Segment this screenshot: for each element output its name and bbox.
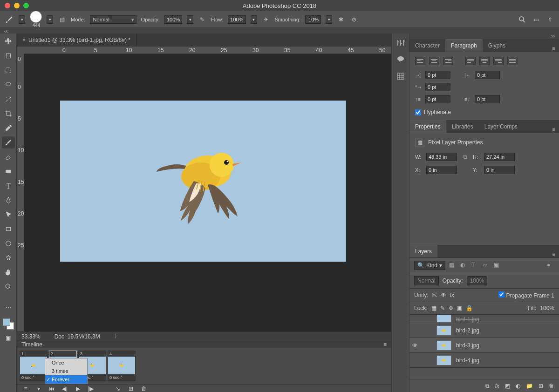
- tween-icon[interactable]: ↘: [114, 385, 122, 392]
- fill-field[interactable]: 100%: [540, 305, 554, 311]
- y-field[interactable]: [484, 166, 515, 174]
- grid-icon[interactable]: [396, 72, 405, 81]
- eyedropper-tool[interactable]: [2, 122, 15, 134]
- crop-tool[interactable]: [2, 108, 15, 120]
- airbrush-icon[interactable]: ✈: [262, 15, 270, 24]
- duplicate-frame-icon[interactable]: ⊞: [127, 385, 135, 392]
- pen-tool[interactable]: [2, 194, 15, 206]
- type-tool[interactable]: [2, 180, 15, 192]
- justify-right-icon[interactable]: [493, 57, 504, 65]
- lock-pixels-icon[interactable]: ✎: [440, 305, 445, 311]
- gradient-tool[interactable]: [2, 165, 15, 177]
- tab-properties[interactable]: Properties: [409, 120, 446, 133]
- justify-center-icon[interactable]: [479, 57, 490, 65]
- delete-frame-icon[interactable]: 🗑: [140, 385, 148, 392]
- align-left-icon[interactable]: [415, 57, 425, 65]
- move-tool[interactable]: [2, 35, 15, 47]
- tab-paragraph[interactable]: Paragraph: [445, 39, 483, 52]
- lock-all-icon[interactable]: 🔒: [466, 305, 473, 311]
- doc-info[interactable]: Doc: 19.5M/16.3M: [55, 333, 100, 340]
- close-tab-icon[interactable]: ×: [22, 37, 26, 43]
- layer-opacity-field[interactable]: 100%: [467, 276, 488, 285]
- flow-dropdown[interactable]: ▾: [251, 15, 257, 24]
- ellipse-tool[interactable]: [2, 237, 15, 250]
- align-center-icon[interactable]: [429, 57, 439, 65]
- panel-menu-icon[interactable]: ≡: [548, 251, 559, 257]
- unify-visibility-icon[interactable]: 👁: [441, 292, 446, 298]
- link-layers-icon[interactable]: ⧉: [485, 383, 490, 389]
- marquee-tool[interactable]: [2, 64, 15, 76]
- symmetry-icon[interactable]: ⊘: [350, 15, 358, 24]
- space-before-field[interactable]: [425, 95, 450, 103]
- layer-row[interactable]: bird-1.jpg: [409, 315, 559, 323]
- prev-frame-icon[interactable]: ◀|: [61, 385, 69, 392]
- tab-glyphs[interactable]: Glyphs: [483, 40, 511, 52]
- lasso-tool[interactable]: [2, 79, 15, 91]
- zoom-level[interactable]: 33.33%: [21, 333, 41, 340]
- justify-all-icon[interactable]: [507, 57, 518, 65]
- filter-pixel-icon[interactable]: ▦: [449, 262, 457, 269]
- zoom-tool[interactable]: [2, 281, 15, 293]
- loop-selector[interactable]: ▾: [34, 385, 43, 392]
- lock-transparency-icon[interactable]: ▦: [431, 305, 436, 311]
- adjustment-layer-icon[interactable]: ◐: [516, 383, 520, 389]
- tab-character[interactable]: Character: [409, 40, 445, 52]
- align-right-icon[interactable]: [443, 57, 453, 65]
- close-icon[interactable]: [5, 3, 10, 8]
- artboard-tool[interactable]: [2, 50, 15, 62]
- search-icon[interactable]: [518, 15, 526, 24]
- quick-mask-icon[interactable]: ▣: [2, 332, 15, 344]
- swatches-icon[interactable]: [396, 55, 405, 64]
- indent-left-field[interactable]: [425, 71, 450, 79]
- workspace-icon[interactable]: ▭: [532, 15, 540, 24]
- brush-panel-icon[interactable]: ▧: [58, 15, 66, 24]
- height-field[interactable]: [484, 153, 515, 161]
- timeline-frame[interactable]: 4 0 sec.˅: [108, 351, 136, 381]
- new-layer-icon[interactable]: ⊞: [539, 383, 543, 389]
- visibility-icon[interactable]: 👁: [412, 342, 420, 349]
- fg-bg-color[interactable]: [3, 318, 14, 330]
- pressure-opacity-icon[interactable]: ✎: [198, 15, 206, 24]
- x-field[interactable]: [426, 166, 457, 174]
- layer-filter-kind[interactable]: 🔍Kind ▾: [414, 261, 445, 270]
- collapse-icon[interactable]: ≫: [551, 34, 559, 39]
- smoothing-value[interactable]: 10%: [305, 15, 321, 24]
- space-after-field[interactable]: [475, 95, 500, 103]
- layer-group-icon[interactable]: 📁: [526, 383, 533, 389]
- brush-tool-icon[interactable]: [5, 15, 14, 24]
- opacity-dropdown[interactable]: ▾: [187, 15, 193, 24]
- loop-option-3times[interactable]: 3 times: [45, 367, 87, 375]
- edit-toolbar[interactable]: ⋯: [2, 301, 15, 313]
- flow-value[interactable]: 100%: [228, 15, 245, 24]
- justify-left-icon[interactable]: [465, 57, 476, 65]
- filter-adjust-icon[interactable]: ◐: [460, 262, 468, 269]
- filter-toggle[interactable]: ●: [547, 262, 554, 269]
- tab-layer-comps[interactable]: Layer Comps: [479, 121, 523, 133]
- canvas[interactable]: [24, 54, 391, 331]
- mode-select[interactable]: Normal: [90, 15, 136, 24]
- link-wh-icon[interactable]: ⧉: [461, 153, 469, 161]
- loop-option-once[interactable]: Once: [45, 358, 87, 367]
- ruler-origin[interactable]: [17, 47, 24, 54]
- rectangle-tool[interactable]: [2, 223, 15, 235]
- path-select-tool[interactable]: [2, 209, 15, 221]
- vertical-ruler[interactable]: 00 510 1520 25: [17, 54, 24, 331]
- unify-position-icon[interactable]: ⇱: [432, 292, 437, 298]
- filter-type-icon[interactable]: T: [471, 262, 479, 269]
- indent-first-field[interactable]: [425, 83, 450, 91]
- brush-preview[interactable]: [30, 11, 42, 23]
- panel-menu-icon[interactable]: ≡: [383, 341, 387, 348]
- filter-shape-icon[interactable]: ▱: [483, 262, 490, 269]
- layer-mask-icon[interactable]: ◩: [505, 383, 510, 389]
- hyphenate-checkbox[interactable]: [415, 109, 421, 115]
- layer-row[interactable]: bird-4.jpg: [409, 353, 559, 368]
- next-frame-icon[interactable]: |▶: [87, 385, 95, 392]
- layer-row[interactable]: bird-2.jpg: [409, 323, 559, 338]
- doc-info-arrow[interactable]: 〉: [114, 332, 120, 340]
- minimize-icon[interactable]: [14, 3, 20, 8]
- eraser-tool[interactable]: [2, 151, 15, 163]
- unify-style-icon[interactable]: fx: [450, 292, 454, 298]
- document-tab[interactable]: × Untitled1 @ 33.3% (bird-1.jpg, RGB/8#)…: [17, 34, 136, 47]
- filter-smart-icon[interactable]: ▣: [494, 262, 501, 269]
- panel-menu-icon[interactable]: ≡: [548, 45, 559, 52]
